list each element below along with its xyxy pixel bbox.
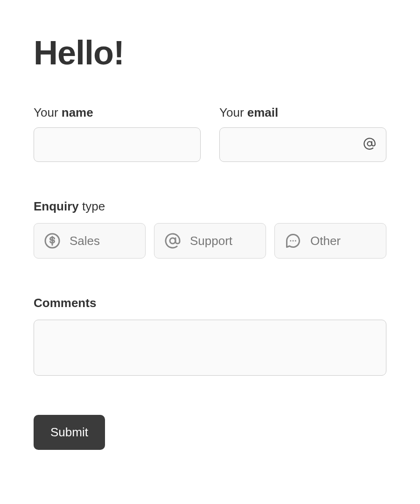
name-label-prefix: Your <box>34 105 62 119</box>
email-label: Your email <box>219 105 386 120</box>
comments-textarea[interactable] <box>34 320 386 376</box>
chat-bubble-icon <box>284 232 302 250</box>
submit-button[interactable]: Submit <box>34 415 105 450</box>
enquiry-label-bold: Enquiry <box>34 199 79 213</box>
page-title: Hello! <box>34 34 386 72</box>
svg-point-3 <box>290 240 291 242</box>
enquiry-label: Enquiry type <box>34 199 386 214</box>
email-label-prefix: Your <box>219 105 247 119</box>
at-sign-icon <box>164 232 182 250</box>
svg-point-5 <box>295 240 296 242</box>
comments-label-text: Comments <box>34 296 96 310</box>
svg-point-2 <box>170 238 175 244</box>
svg-point-4 <box>293 240 294 242</box>
name-label-bold: name <box>62 105 93 119</box>
email-label-bold: email <box>247 105 279 119</box>
enquiry-option-label: Other <box>310 234 341 248</box>
enquiry-option-label: Sales <box>70 234 100 248</box>
email-input[interactable] <box>219 127 386 162</box>
enquiry-option-label: Support <box>190 234 232 248</box>
enquiry-option-support[interactable]: Support <box>154 223 266 259</box>
comments-label: Comments <box>34 296 386 310</box>
dollar-circle-icon <box>43 232 61 250</box>
name-label: Your name <box>34 105 201 120</box>
enquiry-options: Sales Support Other <box>34 223 386 259</box>
svg-point-0 <box>367 141 371 146</box>
name-input[interactable] <box>34 127 201 162</box>
at-sign-icon <box>363 137 376 152</box>
enquiry-option-sales[interactable]: Sales <box>34 223 146 259</box>
enquiry-label-suffix: type <box>79 199 105 213</box>
enquiry-option-other[interactable]: Other <box>274 223 386 259</box>
